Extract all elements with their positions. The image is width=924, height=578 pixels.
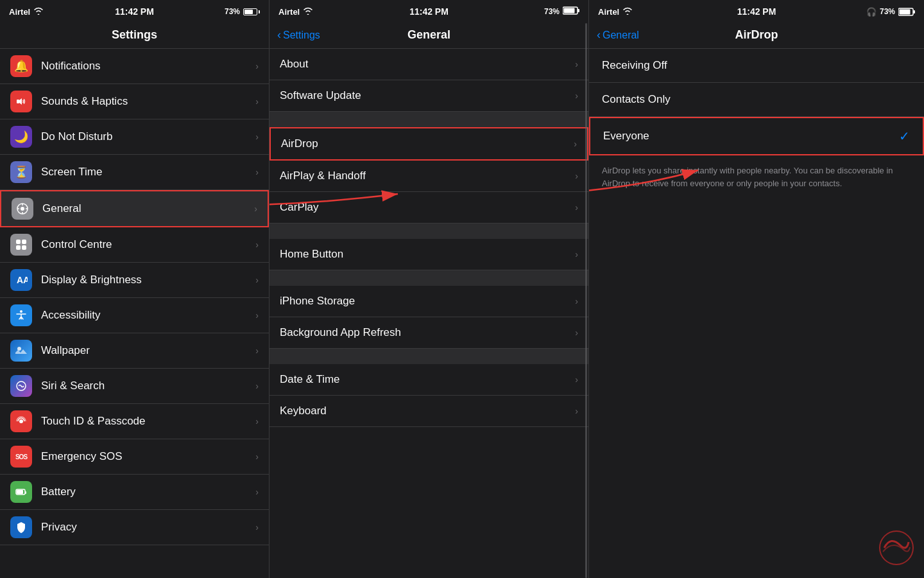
general-icon	[12, 198, 33, 220]
settings-item-dnd[interactable]: 🌙 Do Not Disturb ›	[0, 119, 269, 155]
settings-item-screentime[interactable]: ⏳ Screen Time ›	[0, 155, 269, 190]
accessibility-chevron: ›	[255, 310, 259, 320]
battery-label-settings: Battery	[41, 486, 255, 498]
airdrop-options: Receiving Off Contacts Only Everyone ✓ A…	[589, 49, 924, 198]
general-item-airplay[interactable]: AirPlay & Handoff ›	[270, 161, 588, 192]
general-item-iphonestorage[interactable]: iPhone Storage ›	[270, 286, 588, 317]
settings-nav-bar: Settings	[0, 23, 269, 49]
section-gap-3	[270, 270, 588, 286]
general-item-airdrop[interactable]: AirDrop ›	[270, 127, 588, 161]
status-left-airdrop: Airtel	[598, 7, 633, 17]
controlcentre-icon	[10, 234, 32, 256]
airdrop-back-button[interactable]: ‹ General	[597, 30, 639, 41]
iphonestorage-chevron: ›	[575, 296, 578, 306]
status-bar-airdrop: Airtel 11:42 PM 🎧 73%	[589, 0, 924, 23]
airdrop-option-contacts-only[interactable]: Contacts Only	[589, 83, 924, 117]
contacts-only-label: Contacts Only	[602, 93, 911, 106]
general-panel: Airtel 11:42 PM 73% ‹ Settings General A…	[270, 0, 589, 578]
battery-label-general: 73%	[544, 7, 560, 16]
dnd-label: Do Not Disturb	[41, 130, 255, 143]
carplay-label: CarPlay	[280, 201, 575, 214]
settings-item-accessibility[interactable]: Accessibility ›	[0, 298, 269, 333]
status-right-airdrop: 🎧 73%	[866, 7, 915, 17]
general-list[interactable]: About › Software Update › AirDrop › AirP…	[270, 49, 588, 578]
svg-point-12	[20, 310, 22, 313]
airdrop-chevron: ›	[574, 139, 577, 149]
sounds-label: Sounds & Haptics	[41, 95, 255, 108]
svg-rect-9	[16, 245, 21, 250]
softwareupdate-label: Software Update	[280, 89, 575, 102]
dnd-icon: 🌙	[10, 126, 32, 148]
screentime-chevron: ›	[255, 167, 259, 177]
status-left: Airtel	[9, 7, 44, 17]
carrier-label-general: Airtel	[278, 7, 300, 17]
general-item-about[interactable]: About ›	[270, 49, 588, 80]
about-chevron: ›	[575, 59, 578, 69]
touchid-icon	[10, 410, 32, 432]
watermark	[878, 529, 915, 569]
settings-item-controlcentre[interactable]: Control Centre ›	[0, 227, 269, 263]
svg-rect-25	[913, 10, 915, 13]
display-label: Display & Brightness	[41, 274, 255, 286]
general-item-softwareupdate[interactable]: Software Update ›	[270, 80, 588, 112]
receiving-off-label: Receiving Off	[602, 59, 911, 72]
privacy-label: Privacy	[41, 521, 255, 534]
settings-item-display[interactable]: AA Display & Brightness ›	[0, 263, 269, 298]
iphonestorage-label: iPhone Storage	[280, 295, 575, 308]
general-chevron: ›	[254, 204, 257, 214]
svg-rect-0	[17, 100, 19, 103]
settings-title: Settings	[112, 28, 157, 42]
general-item-backgroundapp[interactable]: Background App Refresh ›	[270, 317, 588, 349]
settings-item-siri[interactable]: Siri & Search ›	[0, 369, 269, 404]
settings-item-battery[interactable]: Battery ›	[0, 475, 269, 510]
settings-item-notifications[interactable]: 🔔 Notifications ›	[0, 49, 269, 84]
settings-item-sos[interactable]: SOS Emergency SOS ›	[0, 439, 269, 475]
settings-item-wallpaper[interactable]: Wallpaper ›	[0, 333, 269, 369]
section-gap-4	[270, 349, 588, 364]
general-item-keyboard[interactable]: Keyboard ›	[270, 396, 588, 427]
settings-panel: Airtel 11:42 PM 73% Settings 🔔 Notifi	[0, 0, 270, 578]
svg-rect-17	[17, 490, 23, 494]
airplay-label: AirPlay & Handoff	[280, 170, 575, 182]
wallpaper-icon	[10, 340, 32, 362]
airdrop-title: AirDrop	[735, 28, 778, 42]
settings-item-privacy[interactable]: Privacy ›	[0, 510, 269, 545]
battery-chevron: ›	[255, 487, 259, 497]
general-item-homebutton[interactable]: Home Button ›	[270, 239, 588, 270]
settings-item-touchid[interactable]: Touch ID & Passcode ›	[0, 404, 269, 439]
wifi-icon-general	[303, 7, 313, 17]
section-gap-1	[270, 112, 588, 127]
status-right-settings: 73%	[225, 7, 260, 16]
airdrop-option-everyone[interactable]: Everyone ✓	[589, 117, 924, 155]
svg-point-15	[19, 419, 23, 423]
scroll-track	[585, 23, 587, 578]
privacy-icon	[10, 516, 32, 538]
headphones-icon: 🎧	[866, 7, 877, 17]
battery-icon	[243, 8, 260, 15]
siri-icon	[10, 375, 32, 397]
sos-label: Emergency SOS	[41, 450, 255, 463]
general-label: General	[42, 202, 254, 215]
controlcentre-label: Control Centre	[41, 238, 255, 251]
settings-item-general[interactable]: General ›	[0, 190, 269, 227]
time-label-general: 11:42 PM	[409, 6, 449, 17]
screentime-icon: ⏳	[10, 161, 32, 183]
settings-item-sounds[interactable]: Sounds & Haptics ›	[0, 84, 269, 119]
wifi-icon-airdrop	[622, 7, 633, 17]
airdrop-option-receiving-off[interactable]: Receiving Off	[589, 49, 924, 83]
airdrop-nav-bar: ‹ General AirDrop	[589, 23, 924, 49]
general-back-button[interactable]: ‹ Settings	[277, 30, 320, 41]
siri-label: Siri & Search	[41, 380, 255, 392]
svg-text:AA: AA	[17, 275, 28, 285]
touchid-label: Touch ID & Passcode	[41, 415, 255, 428]
general-item-datetime[interactable]: Date & Time ›	[270, 364, 588, 396]
everyone-checkmark: ✓	[899, 128, 910, 144]
general-item-carplay[interactable]: CarPlay ›	[270, 192, 588, 223]
sounds-chevron: ›	[255, 96, 259, 107]
svg-point-13	[17, 347, 21, 351]
homebutton-label: Home Button	[280, 248, 575, 261]
datetime-label: Date & Time	[280, 373, 575, 386]
settings-list[interactable]: 🔔 Notifications › Sounds & Haptics › 🌙 D…	[0, 49, 269, 578]
softwareupdate-chevron: ›	[575, 91, 578, 101]
back-chevron-airdrop-icon: ‹	[597, 29, 601, 40]
